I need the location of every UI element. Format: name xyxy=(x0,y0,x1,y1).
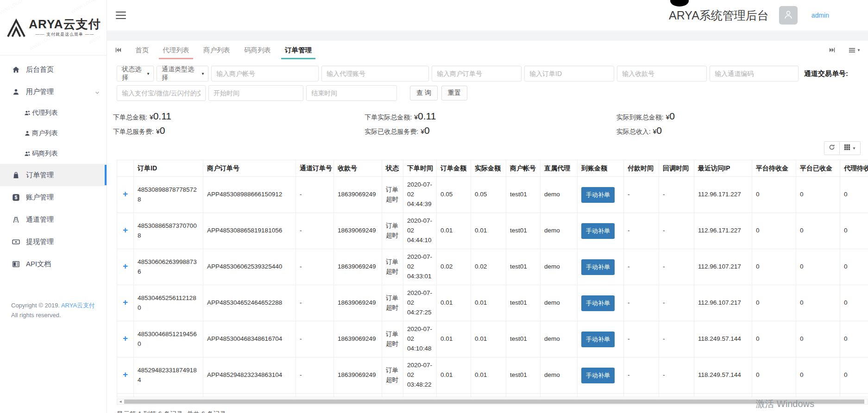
sidebar-item-home[interactable]: 后台首页 xyxy=(0,58,107,81)
scroll-left-arrow-icon[interactable]: ◄ xyxy=(117,399,124,405)
tab-home[interactable]: 首页 xyxy=(135,41,149,59)
col-header-order-id: 订单ID xyxy=(134,160,203,177)
col-header-direct-agent: 直属代理 xyxy=(541,160,578,177)
tab-list-menu-icon[interactable]: ▼ xyxy=(849,47,861,54)
cell-channel-order-no: - xyxy=(296,357,334,394)
sidebar-item-order-management[interactable]: 订单管理 xyxy=(0,164,107,186)
status-select[interactable]: 状态选择▼ xyxy=(117,66,154,81)
tab-order-management[interactable]: 订单管理 xyxy=(285,41,312,59)
cell-status: 订单超时 xyxy=(382,321,403,357)
expand-row-plus-icon[interactable]: + xyxy=(123,261,128,271)
cell-channel-order-no: - xyxy=(296,285,334,321)
pay-account-input[interactable] xyxy=(117,85,206,101)
sidebar-item-code-merchant-list[interactable]: 码商列表 xyxy=(0,144,107,164)
summary-stat-label: 下单总金额: xyxy=(113,113,147,122)
cell-last-ip: 112.96.171.227 xyxy=(694,213,752,249)
columns-toggle-button[interactable]: ▼ xyxy=(840,141,861,155)
summary-currency: ¥ xyxy=(414,113,418,121)
grid-columns-icon xyxy=(844,144,850,152)
tab-merchant-list[interactable]: 商户列表 xyxy=(203,41,230,59)
cell-last-ip: 112.96.171.227 xyxy=(694,177,752,213)
reset-button[interactable]: 重置 xyxy=(441,86,467,100)
skip-end-icon[interactable] xyxy=(829,47,836,53)
summary-value: 0 xyxy=(669,111,675,122)
app-root: WWW.LOGO WWW.LOGO WWW.LOGO WWW ARYA云支付 —… xyxy=(0,0,868,413)
header-right: ARYA系统管理后台 admin xyxy=(669,6,868,25)
merchant-order-no-input[interactable] xyxy=(432,66,522,81)
brand-tagline: —— 支付就是这么简单 —— xyxy=(35,31,94,38)
col-header-order-amount: 订单金额 xyxy=(437,160,471,177)
search-button[interactable]: 查 询 xyxy=(410,86,438,100)
user-avatar[interactable] xyxy=(779,6,798,25)
manual-reissue-button[interactable]: 手动补单 xyxy=(581,368,615,383)
sidebar-item-api-docs[interactable]: API文档 xyxy=(0,253,107,275)
expand-row-plus-icon[interactable]: + xyxy=(123,189,128,199)
copyright-brand-link[interactable]: ARYA云支付 xyxy=(61,302,95,309)
cell-callback-time: - xyxy=(659,321,694,357)
brand-name: ARYA云支付 xyxy=(29,18,101,31)
chevron-down-icon xyxy=(94,89,100,94)
manual-reissue-button[interactable]: 手动补单 xyxy=(581,259,615,275)
cell-platform-received: 0 xyxy=(796,285,840,321)
payee-no-input[interactable] xyxy=(617,66,707,81)
table-header-row: 订单ID商户订单号通道订单号收款号状态下单时间订单金额实际金额商户帐号直属代理到… xyxy=(117,160,868,177)
cell-agent-pending: 0 xyxy=(840,213,868,249)
merchant-account-input[interactable] xyxy=(211,66,319,81)
sidebar-item-merchant-list[interactable]: 商户列表 xyxy=(0,123,107,144)
tab-code-merchant-list[interactable]: 码商列表 xyxy=(244,41,271,59)
cell-merchant-account: test01 xyxy=(506,357,541,394)
tab-label: 码商列表 xyxy=(244,46,271,54)
app-title: ARYA系统管理后台 xyxy=(669,8,769,23)
col-header-agent-pending: 代理待收金 xyxy=(840,160,868,177)
cell-order-id: 485300468512194560 xyxy=(134,321,203,357)
order-id-input[interactable] xyxy=(524,66,614,81)
record-info: 显示第 1 到第 6 条记录, 总共 6 条记录 xyxy=(117,410,868,413)
orders-table-wrap: 订单ID商户订单号通道订单号收款号状态下单时间订单金额实际金额商户帐号直属代理到… xyxy=(117,160,868,397)
table-row: +485308865873707008APP485308865819181056… xyxy=(117,213,868,249)
sidebar-item-agent-list[interactable]: 代理列表 xyxy=(0,103,107,123)
header-gap xyxy=(107,31,868,41)
sidebar-item-user-management[interactable]: 用户管理 xyxy=(0,81,107,103)
col-header-merchant-order-no: 商户订单号 xyxy=(203,160,296,177)
tab-agent-list[interactable]: 代理列表 xyxy=(163,41,189,59)
username-link[interactable]: admin xyxy=(811,12,829,19)
tab-label: 订单管理 xyxy=(285,46,312,54)
expand-row-plus-icon[interactable]: + xyxy=(123,297,128,307)
manual-reissue-button[interactable]: 手动补单 xyxy=(581,295,615,311)
scrollbar-thumb[interactable] xyxy=(124,400,864,404)
sidebar-item-channel-management[interactable]: 通道管理 xyxy=(0,208,107,231)
agent-account-input[interactable] xyxy=(321,66,429,81)
refresh-button[interactable] xyxy=(824,141,840,155)
sidebar-item-account-management[interactable]: $账户管理 xyxy=(0,186,107,208)
expand-row-plus-icon[interactable]: + xyxy=(123,369,128,379)
summary-stats: 下单总金额:¥0.11下单总服务费:¥0下单实际总金额:¥0.11实际已收总服务… xyxy=(113,105,868,140)
channel-code-input[interactable] xyxy=(710,66,799,81)
start-time-input[interactable] xyxy=(208,85,303,101)
channel-type-select[interactable]: 通道类型选择▼ xyxy=(157,66,208,81)
manual-reissue-button[interactable]: 手动补单 xyxy=(581,187,615,203)
summary-value: 0 xyxy=(424,125,430,136)
skip-start-icon[interactable] xyxy=(115,47,121,53)
cell-status: 订单超时 xyxy=(382,213,403,249)
manual-reissue-button[interactable]: 手动补单 xyxy=(581,332,615,347)
road-icon xyxy=(12,216,20,224)
table-toolbar: ▼ xyxy=(117,141,868,155)
cell-payee-no: 18639069249 xyxy=(334,213,382,249)
menu-toggle-icon[interactable] xyxy=(116,12,126,19)
summary-value: 0.11 xyxy=(153,111,171,122)
expand-row-plus-icon[interactable]: + xyxy=(123,225,128,235)
end-time-input[interactable] xyxy=(306,85,397,101)
cell-expand: + xyxy=(117,177,134,213)
cell-platform-pending: 0 xyxy=(752,249,796,285)
cell-order-time: 2020-07-02 03:48:22 xyxy=(403,357,437,394)
filter-row-1: 状态选择▼通道类型选择▼通道交易单号: xyxy=(117,66,868,81)
cell-channel-order-no: - xyxy=(296,177,334,213)
cell-direct-agent: demo xyxy=(541,249,578,285)
expand-row-plus-icon[interactable]: + xyxy=(123,333,128,343)
sidebar-item-label: 后台首页 xyxy=(26,65,54,74)
sidebar-item-withdraw-management[interactable]: 提现管理 xyxy=(0,231,107,253)
manual-reissue-button[interactable]: 手动补单 xyxy=(581,223,615,239)
table-row: +485304652561121280APP485304652464652288… xyxy=(117,285,868,321)
cell-arrival-amount: 手动补单 xyxy=(578,285,624,321)
cell-channel-order-no: - xyxy=(296,321,334,357)
